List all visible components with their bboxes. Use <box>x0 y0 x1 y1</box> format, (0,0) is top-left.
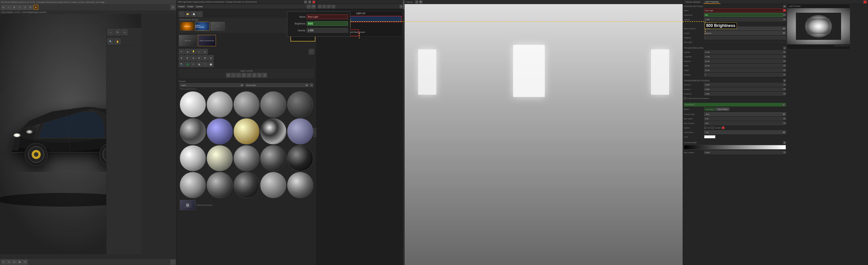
content-collapse[interactable]: ▼ <box>782 103 785 106</box>
bottom-tool-end[interactable]: ⋯ <box>170 260 176 265</box>
lamp-icon[interactable]: 🔦 <box>179 61 184 67</box>
outside-close-btn[interactable]: × <box>722 126 724 129</box>
env-thumb-2[interactable]: HDRI.s Environment <box>195 22 210 31</box>
menu-project[interactable]: Project <box>178 5 186 8</box>
brightness-prop-value[interactable]: 800 <box>307 21 348 26</box>
rotate-tool[interactable]: ↻ <box>115 29 121 35</box>
content-type-select[interactable]: Bulb <box>704 112 786 116</box>
preset-5[interactable] <box>287 91 313 117</box>
scale-tool[interactable]: ⤡ <box>122 29 127 35</box>
handle-u-edit[interactable]: ✎ <box>783 83 786 86</box>
rotations-edit[interactable]: ✎ <box>783 92 786 95</box>
preset-12[interactable] <box>207 145 233 171</box>
hdr-new[interactable]: + <box>179 11 184 17</box>
hdr-open[interactable]: 📂 <box>185 11 190 17</box>
spot-icon[interactable]: ◎ <box>202 49 208 54</box>
hdr-tool-1[interactable]: + <box>307 4 311 8</box>
tool-e[interactable]: ⊠ <box>202 55 208 61</box>
preset-4[interactable] <box>260 91 286 117</box>
preset-8[interactable] <box>234 118 260 144</box>
expand-btn[interactable]: › <box>313 128 316 137</box>
hdr-export[interactable]: ↑ <box>197 11 203 17</box>
scale-btn[interactable]: ⊡ <box>23 5 28 10</box>
minimize-btn[interactable]: - <box>304 1 307 3</box>
preset-3[interactable] <box>234 91 260 117</box>
rotation-edit[interactable]: ✎ <box>783 73 786 76</box>
light-list-scrollbar[interactable] <box>403 0 405 265</box>
tab-render[interactable]: Render Settings <box>684 0 702 4</box>
viewport-3d[interactable]: ↔ ↻ ⤡ 🔍 ✋ <box>0 14 141 254</box>
transform-collapse-btn[interactable]: ▼ <box>783 47 786 49</box>
bulb-width-edit[interactable]: ✎ <box>783 117 786 120</box>
lc-btn-6[interactable]: ✕ <box>252 73 256 77</box>
rotation-value[interactable]: 0 <box>704 73 783 77</box>
cloud-icon[interactable]: ☁ <box>185 49 190 54</box>
bulb-pos-edit[interactable]: ✎ <box>783 122 786 125</box>
render-btn[interactable]: ▶ <box>33 5 38 10</box>
lc-btn-4[interactable]: ↻ <box>242 73 246 77</box>
master-collapse-btn[interactable]: ▼ <box>783 5 786 8</box>
ray-location-value[interactable]: 0.469 <box>704 151 783 154</box>
lc-btn-1[interactable]: ⊕ <box>226 73 230 77</box>
ll-up-btn[interactable]: ↑ <box>327 5 331 8</box>
menu-canvas[interactable]: Canvas <box>195 5 204 8</box>
distance-edit[interactable]: ✎ <box>783 60 786 62</box>
preset-13[interactable] <box>234 145 260 171</box>
alpha-ramp-collapse[interactable]: ▼ <box>783 141 786 144</box>
preset-18[interactable] <box>234 172 260 198</box>
preset-10[interactable] <box>287 118 313 144</box>
zoom-tool[interactable]: 🔍 <box>107 38 114 45</box>
preset-9[interactable] <box>260 118 286 144</box>
select-btn[interactable]: ↖ <box>6 5 11 10</box>
name-field-edit[interactable]: ✎ <box>783 9 786 12</box>
bottom-tool-3[interactable]: ⊞ <box>12 260 17 265</box>
height-edit[interactable]: ✎ <box>783 69 786 72</box>
preset-6[interactable] <box>180 118 206 144</box>
value-blend-tab[interactable]: Value Blend <box>704 108 715 111</box>
height-value[interactable]: 20.00 <box>704 69 783 72</box>
cube-icon[interactable]: ⬛ <box>202 61 208 67</box>
preset-20[interactable] <box>287 172 313 198</box>
presets-lights-dropdown[interactable]: Lights <box>180 83 244 87</box>
transform-ext-collapse[interactable]: ▼ <box>783 79 786 82</box>
canvas-zoom-btn[interactable]: 🔍 <box>419 0 423 4</box>
color-swatch-picker[interactable] <box>704 135 715 138</box>
lc-btn-3[interactable]: ↔ <box>237 73 241 77</box>
maximize-btn[interactable]: □ <box>308 1 311 3</box>
opacity-field-edit[interactable]: ✎ <box>783 18 786 21</box>
ll-down-btn[interactable]: ↓ <box>332 5 335 8</box>
pan-tool[interactable]: ✋ <box>115 38 121 45</box>
tree-icon[interactable]: 🌲 <box>185 61 190 67</box>
longitude-value[interactable]: 17.08 <box>704 55 783 58</box>
bottom-tool-5[interactable]: ⊟ <box>23 260 28 265</box>
arrow-icon[interactable]: → <box>309 49 314 54</box>
move-btn[interactable]: ✥ <box>12 5 17 10</box>
canvas-render-area[interactable] <box>405 4 683 265</box>
half-checkbox[interactable] <box>704 127 706 129</box>
handle-v-edit[interactable]: ✎ <box>783 88 786 90</box>
lc-btn-7[interactable]: ◻ <box>257 73 262 77</box>
ll-add-btn[interactable]: + <box>318 5 322 8</box>
tool-f[interactable]: ⊟ <box>208 55 214 61</box>
bulb-icon[interactable]: 💡 <box>191 49 196 54</box>
grid-icon[interactable]: ▦ <box>196 61 202 67</box>
preset-16[interactable] <box>180 172 206 198</box>
lc-btn-2[interactable]: ↕ <box>231 73 236 77</box>
preset-7[interactable] <box>207 118 233 144</box>
env-thumb-1[interactable]: HDRI.fire <box>180 22 194 31</box>
preset-17[interactable] <box>207 172 233 198</box>
tool-a[interactable]: ⊕ <box>179 55 184 61</box>
brightness-field-input[interactable]: 800 <box>704 13 783 17</box>
close-right-panel[interactable]: × <box>864 0 867 4</box>
longitude-edit[interactable]: ✎ <box>783 55 786 58</box>
width-edit[interactable]: ✎ <box>783 64 786 67</box>
name-prop-value[interactable]: Rect Light <box>307 15 348 19</box>
transform-tool[interactable]: ↔ <box>107 29 114 35</box>
preset-14[interactable] <box>260 145 286 171</box>
env-thumb-add[interactable]: + <box>211 22 225 31</box>
follow-env-thumb[interactable] <box>180 200 195 210</box>
preset-15[interactable] <box>287 145 313 171</box>
presets-info-btn[interactable]: i <box>310 83 313 87</box>
canvas-fit-btn[interactable]: ⊡ <box>415 0 418 4</box>
settings-btn[interactable]: ⚙ <box>170 5 176 10</box>
